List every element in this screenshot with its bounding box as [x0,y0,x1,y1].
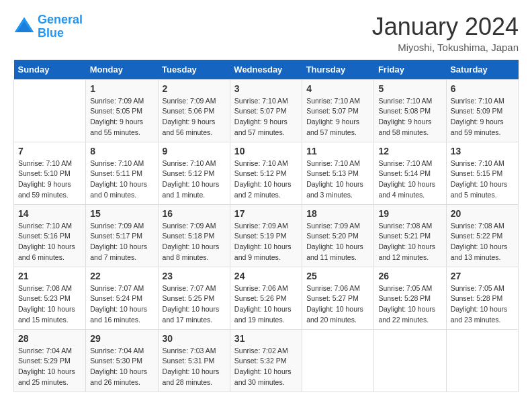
day-cell: 3Sunrise: 7:10 AMSunset: 5:07 PMDaylight… [230,79,302,142]
day-info: Sunrise: 7:08 AMSunset: 5:21 PMDaylight:… [378,221,441,263]
day-cell: 5Sunrise: 7:10 AMSunset: 5:08 PMDaylight… [374,79,446,142]
day-info: Sunrise: 7:05 AMSunset: 5:28 PMDaylight:… [378,283,441,326]
day-cell [374,329,446,392]
day-info: Sunrise: 7:09 AMSunset: 5:19 PMDaylight:… [234,221,298,263]
day-number: 10 [234,146,298,156]
day-number: 19 [378,208,441,219]
title-block: January 2024 Miyoshi, Tokushima, Japan [372,13,519,53]
day-info: Sunrise: 7:10 AMSunset: 5:15 PMDaylight:… [451,158,514,201]
day-cell: 2Sunrise: 7:09 AMSunset: 5:06 PMDaylight… [158,79,230,142]
day-cell: 20Sunrise: 7:08 AMSunset: 5:22 PMDayligh… [446,204,518,267]
day-cell: 23Sunrise: 7:07 AMSunset: 5:25 PMDayligh… [158,267,230,329]
day-info: Sunrise: 7:09 AMSunset: 5:06 PMDaylight:… [163,96,226,138]
day-info: Sunrise: 7:07 AMSunset: 5:25 PMDaylight:… [163,283,226,326]
day-cell: 30Sunrise: 7:03 AMSunset: 5:31 PMDayligh… [158,329,230,392]
week-row-5: 28Sunrise: 7:04 AMSunset: 5:29 PMDayligh… [14,329,519,392]
day-number: 8 [90,146,153,156]
day-number: 29 [90,333,153,344]
day-number: 11 [306,146,369,156]
day-number: 22 [90,271,153,281]
day-header-friday: Friday [374,60,446,80]
day-cell: 18Sunrise: 7:09 AMSunset: 5:20 PMDayligh… [302,204,374,267]
day-number: 4 [306,83,369,94]
day-cell: 13Sunrise: 7:10 AMSunset: 5:15 PMDayligh… [446,142,518,204]
day-number: 7 [18,146,81,156]
week-row-3: 14Sunrise: 7:10 AMSunset: 5:16 PMDayligh… [14,204,519,267]
day-number: 16 [163,208,226,219]
day-header-sunday: Sunday [14,60,86,80]
day-cell [446,329,518,392]
day-info: Sunrise: 7:06 AMSunset: 5:27 PMDaylight:… [306,283,369,326]
location: Miyoshi, Tokushima, Japan [372,42,519,53]
day-cell: 17Sunrise: 7:09 AMSunset: 5:19 PMDayligh… [230,204,302,267]
logo: General Blue [13,13,83,40]
day-cell: 25Sunrise: 7:06 AMSunset: 5:27 PMDayligh… [302,267,374,329]
day-cell: 11Sunrise: 7:10 AMSunset: 5:13 PMDayligh… [302,142,374,204]
day-info: Sunrise: 7:02 AMSunset: 5:32 PMDaylight:… [234,346,298,388]
logo-line1: General [38,13,83,26]
day-cell: 9Sunrise: 7:10 AMSunset: 5:12 PMDaylight… [158,142,230,204]
day-info: Sunrise: 7:10 AMSunset: 5:07 PMDaylight:… [306,96,369,138]
day-cell: 7Sunrise: 7:10 AMSunset: 5:10 PMDaylight… [14,142,86,204]
day-header-thursday: Thursday [302,60,374,80]
day-info: Sunrise: 7:10 AMSunset: 5:10 PMDaylight:… [18,158,81,201]
day-header-tuesday: Tuesday [158,60,230,80]
day-info: Sunrise: 7:10 AMSunset: 5:12 PMDaylight:… [163,158,226,201]
day-cell: 29Sunrise: 7:04 AMSunset: 5:30 PMDayligh… [86,329,158,392]
day-info: Sunrise: 7:10 AMSunset: 5:14 PMDaylight:… [378,158,441,201]
day-number: 30 [163,333,226,344]
day-cell: 16Sunrise: 7:09 AMSunset: 5:18 PMDayligh… [158,204,230,267]
day-number: 25 [306,271,369,281]
day-number: 15 [90,208,153,219]
day-info: Sunrise: 7:09 AMSunset: 5:05 PMDaylight:… [90,96,153,138]
day-info: Sunrise: 7:10 AMSunset: 5:12 PMDaylight:… [234,158,298,201]
day-number: 27 [451,271,514,281]
day-info: Sunrise: 7:09 AMSunset: 5:18 PMDaylight:… [163,221,226,263]
day-info: Sunrise: 7:07 AMSunset: 5:24 PMDaylight:… [90,283,153,326]
day-cell: 21Sunrise: 7:08 AMSunset: 5:23 PMDayligh… [14,267,86,329]
logo-icon [13,16,35,38]
day-info: Sunrise: 7:04 AMSunset: 5:29 PMDaylight:… [18,346,81,388]
week-row-1: 1Sunrise: 7:09 AMSunset: 5:05 PMDaylight… [14,79,519,142]
day-cell: 22Sunrise: 7:07 AMSunset: 5:24 PMDayligh… [86,267,158,329]
day-header-wednesday: Wednesday [230,60,302,80]
day-cell: 8Sunrise: 7:10 AMSunset: 5:11 PMDaylight… [86,142,158,204]
day-number: 9 [163,146,226,156]
day-cell: 31Sunrise: 7:02 AMSunset: 5:32 PMDayligh… [230,329,302,392]
day-number: 23 [163,271,226,281]
day-number: 5 [378,83,441,94]
day-number: 17 [234,208,298,219]
day-cell: 26Sunrise: 7:05 AMSunset: 5:28 PMDayligh… [374,267,446,329]
day-info: Sunrise: 7:03 AMSunset: 5:31 PMDaylight:… [163,346,226,388]
day-number: 14 [18,208,81,219]
day-info: Sunrise: 7:10 AMSunset: 5:09 PMDaylight:… [451,96,514,138]
day-number: 28 [18,333,81,344]
day-cell: 10Sunrise: 7:10 AMSunset: 5:12 PMDayligh… [230,142,302,204]
day-info: Sunrise: 7:08 AMSunset: 5:22 PMDaylight:… [451,221,514,263]
day-cell [302,329,374,392]
header-row: SundayMondayTuesdayWednesdayThursdayFrid… [14,60,519,80]
day-number: 12 [378,146,441,156]
day-info: Sunrise: 7:06 AMSunset: 5:26 PMDaylight:… [234,283,298,326]
day-cell: 19Sunrise: 7:08 AMSunset: 5:21 PMDayligh… [374,204,446,267]
day-info: Sunrise: 7:08 AMSunset: 5:23 PMDaylight:… [18,283,81,326]
logo-text: General Blue [38,13,83,40]
day-number: 3 [234,83,298,94]
day-cell: 14Sunrise: 7:10 AMSunset: 5:16 PMDayligh… [14,204,86,267]
day-cell: 12Sunrise: 7:10 AMSunset: 5:14 PMDayligh… [374,142,446,204]
day-info: Sunrise: 7:05 AMSunset: 5:28 PMDaylight:… [451,283,514,326]
week-row-4: 21Sunrise: 7:08 AMSunset: 5:23 PMDayligh… [14,267,519,329]
week-row-2: 7Sunrise: 7:10 AMSunset: 5:10 PMDaylight… [14,142,519,204]
day-info: Sunrise: 7:04 AMSunset: 5:30 PMDaylight:… [90,346,153,388]
day-cell: 6Sunrise: 7:10 AMSunset: 5:09 PMDaylight… [446,79,518,142]
day-cell: 4Sunrise: 7:10 AMSunset: 5:07 PMDaylight… [302,79,374,142]
day-cell: 1Sunrise: 7:09 AMSunset: 5:05 PMDaylight… [86,79,158,142]
page-header: General Blue January 2024 Miyoshi, Tokus… [13,13,519,53]
day-number: 31 [234,333,298,344]
day-cell [14,79,86,142]
logo-line2: Blue [38,26,64,40]
day-number: 20 [451,208,514,219]
day-info: Sunrise: 7:09 AMSunset: 5:17 PMDaylight:… [90,221,153,263]
day-info: Sunrise: 7:10 AMSunset: 5:16 PMDaylight:… [18,221,81,263]
day-cell: 27Sunrise: 7:05 AMSunset: 5:28 PMDayligh… [446,267,518,329]
